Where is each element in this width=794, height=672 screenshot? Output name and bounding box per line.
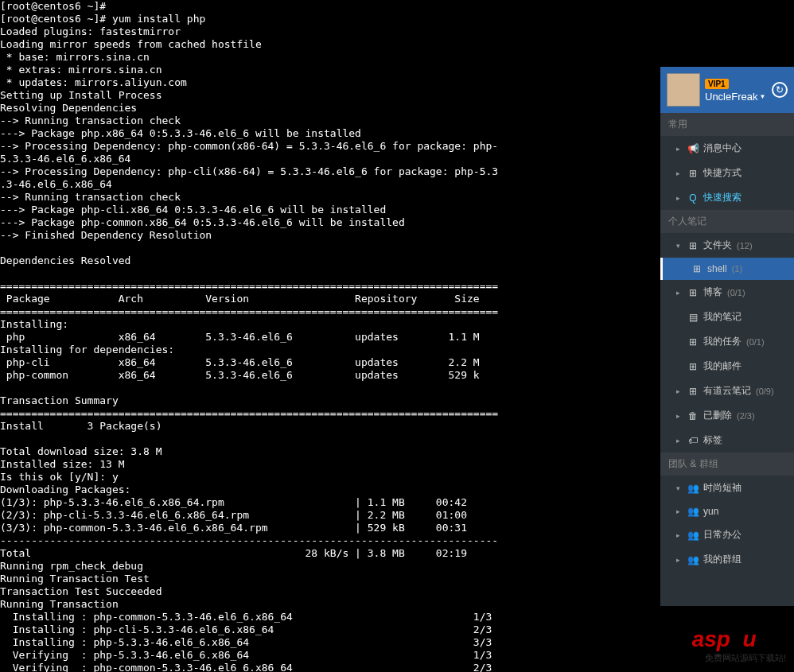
menu-folder[interactable]: ▾ ⊞ 文件夹 (12) bbox=[660, 233, 794, 258]
menu-message-center[interactable]: ▸ 📢 消息中心 bbox=[660, 136, 794, 161]
user-info: VIP1 UncleFreak ▼ bbox=[705, 78, 767, 103]
menu-youdao[interactable]: ▸ ⊞ 有道云笔记 (0/9) bbox=[660, 379, 794, 403]
group-icon: 👥 bbox=[687, 483, 699, 494]
menu-label: 已删除 bbox=[703, 409, 732, 422]
chevron-right-icon: ▸ bbox=[676, 437, 683, 445]
count-badge: (12) bbox=[737, 241, 753, 251]
logo-text: aspku.com bbox=[692, 627, 786, 652]
sidebar: VIP1 UncleFreak ▼ ↻ 常用 ▸ 📢 消息中心 ▸ ⊞ 快捷方式… bbox=[660, 67, 794, 606]
menu-label: 文件夹 bbox=[703, 239, 732, 252]
menu-mymail[interactable]: ⊞ 我的邮件 bbox=[660, 354, 794, 379]
mail-icon: ⊞ bbox=[687, 361, 699, 372]
sync-icon[interactable]: ↻ bbox=[772, 82, 788, 98]
section-common: 常用 bbox=[660, 113, 794, 136]
chevron-right-icon: ▸ bbox=[676, 169, 683, 177]
menu-label: 标签 bbox=[703, 433, 722, 447]
username-dropdown[interactable]: UncleFreak ▼ bbox=[705, 91, 767, 103]
folder-icon: ⊞ bbox=[691, 263, 703, 274]
logo-subtitle: 免费网站源码下载站! bbox=[692, 652, 786, 664]
chevron-right-icon: ▸ bbox=[676, 145, 683, 153]
chevron-right-icon: ▸ bbox=[676, 556, 683, 564]
menu-label: 我的群组 bbox=[703, 553, 741, 566]
menu-label: shell bbox=[707, 263, 727, 274]
count-badge: (2/3) bbox=[737, 411, 755, 421]
avatar[interactable] bbox=[667, 73, 700, 107]
menu-label: 有道云笔记 bbox=[703, 384, 751, 398]
menu-fashion[interactable]: ▾ 👥 时尚短袖 bbox=[660, 476, 794, 500]
trash-icon: 🗑 bbox=[687, 410, 699, 421]
username-text: UncleFreak bbox=[705, 91, 757, 103]
menu-label: 博客 bbox=[703, 286, 722, 299]
menu-label: 日常办公 bbox=[703, 528, 741, 542]
watermark-logo: aspku.com 免费网站源码下载站! bbox=[692, 627, 786, 664]
menu-label: 我的邮件 bbox=[703, 359, 741, 373]
group-icon: 👥 bbox=[687, 506, 699, 517]
menu-deleted[interactable]: ▸ 🗑 已删除 (2/3) bbox=[660, 403, 794, 428]
menu-label: 消息中心 bbox=[703, 142, 741, 155]
folder-icon: ⊞ bbox=[687, 386, 699, 397]
terminal-output[interactable]: [root@centos6 ~]# [root@centos6 ~]# yum … bbox=[0, 0, 660, 672]
count-badge: (0/1) bbox=[746, 337, 765, 347]
menu-label: yun bbox=[703, 506, 718, 517]
vip-badge: VIP1 bbox=[705, 79, 729, 89]
menu-shortcuts[interactable]: ▸ ⊞ 快捷方式 bbox=[660, 161, 794, 185]
folder-icon: ⊞ bbox=[687, 240, 699, 251]
menu-label: 快捷方式 bbox=[703, 166, 741, 180]
menu-tags[interactable]: ▸ 🏷 标签 bbox=[660, 428, 794, 453]
menu-yun[interactable]: ▸ 👥 yun bbox=[660, 500, 794, 522]
menu-quick-search[interactable]: ▸ Q 快速搜索 bbox=[660, 185, 794, 210]
menu-mynotes[interactable]: ▤ 我的笔记 bbox=[660, 305, 794, 329]
folder-icon: ⊞ bbox=[687, 287, 699, 298]
group-icon: 👥 bbox=[687, 554, 699, 565]
note-icon: ▤ bbox=[687, 312, 699, 323]
chevron-down-icon: ▾ bbox=[676, 484, 683, 492]
search-icon: Q bbox=[687, 192, 699, 204]
menu-mygroups[interactable]: ▸ 👥 我的群组 bbox=[660, 547, 794, 572]
terminal-text: [root@centos6 ~]# [root@centos6 ~]# yum … bbox=[0, 0, 498, 672]
chevron-down-icon: ▾ bbox=[676, 242, 683, 250]
grid-icon: ⊞ bbox=[687, 168, 699, 179]
menu-blog[interactable]: ▸ ⊞ 博客 (0/1) bbox=[660, 280, 794, 305]
count-badge: (1) bbox=[732, 264, 742, 274]
count-badge: (0/9) bbox=[756, 386, 774, 396]
announce-icon: 📢 bbox=[687, 143, 699, 154]
tag-icon: 🏷 bbox=[687, 435, 699, 446]
section-teams: 团队 & 群组 bbox=[660, 453, 794, 476]
count-badge: (0/1) bbox=[727, 288, 745, 297]
chevron-right-icon: ▸ bbox=[676, 531, 683, 539]
chevron-right-icon: ▸ bbox=[676, 412, 683, 420]
section-notes: 个人笔记 bbox=[660, 210, 794, 233]
menu-shell[interactable]: ⊞ shell (1) bbox=[660, 258, 794, 280]
menu-office[interactable]: ▸ 👥 日常办公 bbox=[660, 522, 794, 547]
user-panel: VIP1 UncleFreak ▼ ↻ bbox=[660, 67, 794, 113]
group-icon: 👥 bbox=[687, 530, 699, 541]
menu-mytasks[interactable]: ⊞ 我的任务 (0/1) bbox=[660, 329, 794, 354]
chevron-right-icon: ▸ bbox=[676, 194, 683, 202]
menu-label: 我的笔记 bbox=[703, 310, 741, 324]
chevron-right-icon: ▸ bbox=[676, 387, 683, 395]
chevron-down-icon: ▼ bbox=[759, 93, 765, 100]
menu-label: 快速搜索 bbox=[703, 191, 741, 204]
menu-label: 时尚短袖 bbox=[703, 481, 741, 495]
task-icon: ⊞ bbox=[687, 336, 699, 348]
chevron-right-icon: ▸ bbox=[676, 289, 683, 297]
menu-label: 我的任务 bbox=[703, 335, 741, 348]
chevron-right-icon: ▸ bbox=[676, 507, 683, 515]
